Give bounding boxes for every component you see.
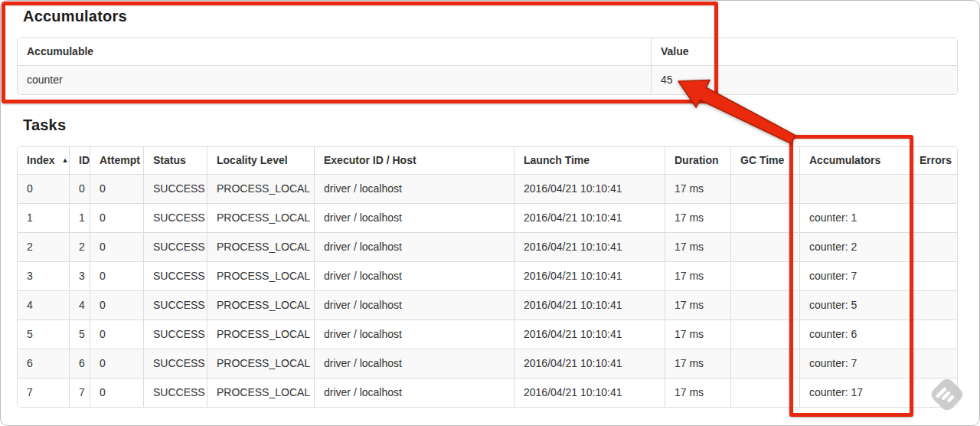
tasks-table: Index▲IDAttemptStatusLocality LevelExecu…	[18, 147, 958, 407]
column-header-label: Locality Level	[217, 154, 288, 166]
table-cell: driver / localhost	[315, 378, 514, 407]
table-row: 220SUCCESSPROCESS_LOCALdriver / localhos…	[18, 233, 958, 262]
table-cell: 7	[70, 378, 90, 407]
table-cell: SUCCESS	[144, 175, 207, 204]
table-cell: PROCESS_LOCAL	[207, 233, 315, 262]
table-cell	[731, 291, 800, 320]
table-cell: PROCESS_LOCAL	[207, 378, 315, 407]
column-header-errors[interactable]: Errors	[910, 147, 958, 175]
table-cell: PROCESS_LOCAL	[207, 175, 315, 204]
column-header-accumulators[interactable]: Accumulators	[800, 147, 910, 175]
table-cell: 1	[18, 204, 70, 233]
table-cell	[731, 233, 800, 262]
table-cell: 2016/04/21 10:10:41	[514, 378, 665, 407]
accumulators-header-row: AccumulableValue	[18, 38, 958, 66]
table-cell: 5	[18, 320, 70, 349]
table-row: 330SUCCESSPROCESS_LOCALdriver / localhos…	[18, 262, 958, 291]
table-cell: 2016/04/21 10:10:41	[514, 233, 665, 262]
table-cell	[731, 349, 800, 378]
table-cell: 0	[90, 378, 144, 407]
table-cell: SUCCESS	[144, 233, 207, 262]
table-cell: driver / localhost	[315, 349, 514, 378]
table-cell: 0	[90, 233, 144, 262]
table-cell	[910, 204, 958, 233]
table-cell: SUCCESS	[144, 204, 207, 233]
table-cell	[731, 262, 800, 291]
accumulators-section-heading: Accumulators	[23, 8, 127, 25]
table-cell: 2016/04/21 10:10:41	[514, 320, 665, 349]
table-cell	[731, 175, 800, 204]
sort-asc-icon: ▲	[62, 153, 69, 168]
table-cell: counter: 1	[800, 204, 910, 233]
column-header-status[interactable]: Status	[144, 147, 207, 175]
column-header-gc-time[interactable]: GC Time	[731, 147, 800, 175]
table-cell: 0	[90, 175, 144, 204]
column-header-id[interactable]: ID	[70, 147, 90, 175]
table-cell: 4	[70, 291, 90, 320]
table-cell	[910, 378, 958, 407]
column-header-launch-time[interactable]: Launch Time	[514, 147, 665, 175]
column-header-label: Attempt	[100, 154, 140, 166]
table-cell: SUCCESS	[144, 349, 207, 378]
column-header-duration[interactable]: Duration	[665, 147, 731, 175]
table-cell: 3	[70, 262, 90, 291]
table-cell: 17 ms	[665, 349, 731, 378]
accumulators-table: AccumulableValue counter45	[18, 38, 958, 94]
table-cell: PROCESS_LOCAL	[207, 291, 315, 320]
table-cell	[910, 320, 958, 349]
table-cell	[731, 204, 800, 233]
table-cell: driver / localhost	[315, 175, 514, 204]
column-header-locality-level[interactable]: Locality Level	[207, 147, 315, 175]
table-cell: PROCESS_LOCAL	[207, 320, 315, 349]
table-cell: 0	[90, 262, 144, 291]
column-header-label: Value	[661, 45, 689, 57]
column-header-executor-id-host[interactable]: Executor ID / Host	[315, 147, 514, 175]
table-cell	[731, 378, 800, 407]
column-header-label: Launch Time	[524, 154, 590, 166]
table-cell: counter: 17	[800, 378, 910, 407]
table-cell	[910, 233, 958, 262]
column-header-label: Errors	[920, 154, 952, 166]
table-cell: 2016/04/21 10:10:41	[514, 262, 665, 291]
column-header-label: Executor ID / Host	[324, 154, 416, 166]
table-cell: counter: 5	[800, 291, 910, 320]
table-cell	[731, 320, 800, 349]
table-row: 550SUCCESSPROCESS_LOCALdriver / localhos…	[18, 320, 958, 349]
column-header-accumulable: Accumulable	[18, 38, 652, 66]
table-cell: 0	[90, 291, 144, 320]
column-header-attempt[interactable]: Attempt	[90, 147, 144, 175]
column-header-label: Accumulators	[809, 154, 880, 166]
column-header-index[interactable]: Index▲	[18, 147, 70, 175]
tasks-table-container: Index▲IDAttemptStatusLocality LevelExecu…	[17, 146, 958, 408]
table-cell: 2016/04/21 10:10:41	[514, 291, 665, 320]
table-cell: SUCCESS	[144, 378, 207, 407]
table-cell: driver / localhost	[315, 320, 514, 349]
column-header-value: Value	[652, 38, 958, 66]
table-cell: PROCESS_LOCAL	[207, 349, 315, 378]
column-header-label: Status	[153, 154, 186, 166]
table-cell: PROCESS_LOCAL	[207, 204, 315, 233]
table-cell: 2016/04/21 10:10:41	[514, 204, 665, 233]
table-cell: PROCESS_LOCAL	[207, 262, 315, 291]
table-cell: driver / localhost	[315, 291, 514, 320]
table-cell: 17 ms	[665, 291, 731, 320]
table-cell: SUCCESS	[144, 262, 207, 291]
tasks-section-heading: Tasks	[23, 116, 66, 134]
table-row: counter45	[18, 66, 958, 94]
table-row: 660SUCCESSPROCESS_LOCALdriver / localhos…	[18, 349, 958, 378]
column-header-label: GC Time	[740, 154, 784, 166]
table-cell: 1	[70, 204, 90, 233]
table-row: 110SUCCESSPROCESS_LOCALdriver / localhos…	[18, 204, 958, 233]
table-cell	[800, 175, 910, 204]
table-cell: 6	[70, 349, 90, 378]
table-cell: 2	[70, 233, 90, 262]
table-cell: 17 ms	[665, 320, 731, 349]
table-cell: 2	[18, 233, 70, 262]
table-cell: counter: 7	[800, 349, 910, 378]
table-cell: counter: 6	[800, 320, 910, 349]
table-cell: counter: 7	[800, 262, 910, 291]
table-cell: 7	[18, 378, 70, 407]
table-cell: 5	[70, 320, 90, 349]
table-cell	[910, 175, 958, 204]
table-cell: 3	[18, 262, 70, 291]
